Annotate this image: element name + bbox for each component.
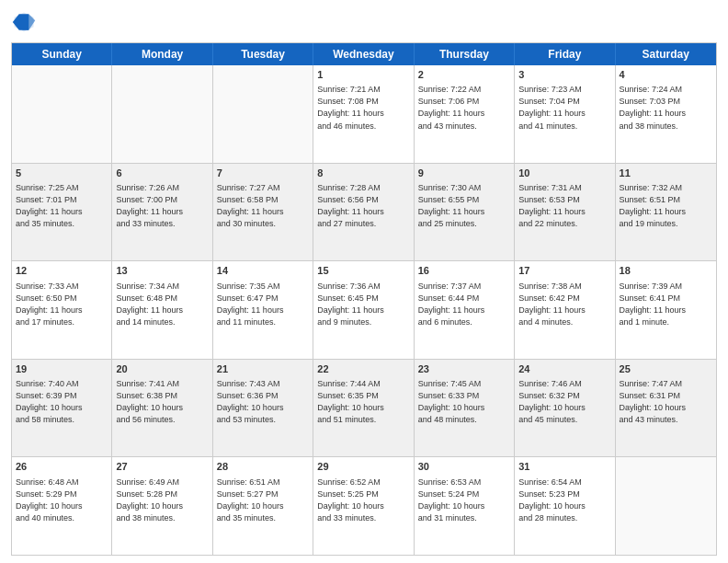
cell-info: Sunrise: 7:22 AM Sunset: 7:06 PM Dayligh… — [418, 84, 510, 132]
day-number: 12 — [16, 264, 108, 278]
calendar-cell: 30Sunrise: 6:53 AM Sunset: 5:24 PM Dayli… — [415, 457, 515, 555]
cell-info: Sunrise: 7:46 AM Sunset: 6:32 PM Dayligh… — [518, 378, 610, 426]
calendar: SundayMondayTuesdayWednesdayThursdayFrid… — [11, 42, 717, 556]
cell-info: Sunrise: 7:35 AM Sunset: 6:47 PM Dayligh… — [217, 281, 309, 328]
calendar-cell: 16Sunrise: 7:37 AM Sunset: 6:44 PM Dayli… — [415, 261, 515, 359]
day-number: 9 — [418, 167, 510, 180]
weekday-header-friday: Friday — [515, 43, 615, 65]
cell-info: Sunrise: 7:39 AM Sunset: 6:41 PM Dayligh… — [620, 281, 712, 328]
page: SundayMondayTuesdayWednesdayThursdayFrid… — [0, 0, 728, 563]
calendar-cell: 17Sunrise: 7:38 AM Sunset: 6:42 PM Dayli… — [515, 261, 615, 359]
weekday-header-sunday: Sunday — [12, 43, 112, 65]
calendar-cell: 19Sunrise: 7:40 AM Sunset: 6:39 PM Dayli… — [12, 360, 112, 457]
cell-info: Sunrise: 7:36 AM Sunset: 6:45 PM Dayligh… — [317, 281, 409, 328]
calendar-cell: 14Sunrise: 7:35 AM Sunset: 6:47 PM Dayli… — [213, 261, 313, 359]
calendar-cell: 20Sunrise: 7:41 AM Sunset: 6:38 PM Dayli… — [112, 360, 212, 457]
cell-info: Sunrise: 6:51 AM Sunset: 5:27 PM Dayligh… — [217, 477, 309, 524]
cell-info: Sunrise: 6:53 AM Sunset: 5:24 PM Dayligh… — [418, 477, 510, 524]
day-number: 28 — [217, 460, 309, 474]
day-number: 14 — [217, 264, 309, 278]
day-number: 10 — [518, 167, 610, 180]
day-number: 21 — [217, 362, 309, 376]
calendar-cell: 23Sunrise: 7:45 AM Sunset: 6:33 PM Dayli… — [415, 360, 515, 457]
day-number: 2 — [418, 68, 510, 82]
cell-info: Sunrise: 7:43 AM Sunset: 6:36 PM Dayligh… — [217, 378, 309, 426]
calendar-cell: 22Sunrise: 7:44 AM Sunset: 6:35 PM Dayli… — [313, 360, 414, 457]
calendar-cell: 27Sunrise: 6:49 AM Sunset: 5:28 PM Dayli… — [112, 457, 212, 555]
day-number: 11 — [620, 167, 712, 180]
header — [11, 9, 717, 35]
cell-info: Sunrise: 7:27 AM Sunset: 6:58 PM Dayligh… — [217, 182, 309, 230]
day-number: 19 — [16, 362, 108, 376]
calendar-cell: 12Sunrise: 7:33 AM Sunset: 6:50 PM Dayli… — [12, 261, 112, 359]
calendar-cell: 25Sunrise: 7:47 AM Sunset: 6:31 PM Dayli… — [616, 360, 716, 457]
calendar-cell: 6Sunrise: 7:26 AM Sunset: 7:00 PM Daylig… — [112, 164, 212, 261]
logo-icon — [11, 9, 37, 35]
cell-info: Sunrise: 7:47 AM Sunset: 6:31 PM Dayligh… — [620, 378, 712, 426]
cell-info: Sunrise: 7:25 AM Sunset: 7:01 PM Dayligh… — [16, 182, 108, 230]
calendar-cell: 1Sunrise: 7:21 AM Sunset: 7:08 PM Daylig… — [313, 65, 414, 163]
cell-info: Sunrise: 6:49 AM Sunset: 5:28 PM Dayligh… — [116, 477, 208, 524]
cell-info: Sunrise: 7:30 AM Sunset: 6:55 PM Dayligh… — [418, 182, 510, 230]
calendar-row-3: 19Sunrise: 7:40 AM Sunset: 6:39 PM Dayli… — [12, 360, 716, 458]
calendar-body: 1Sunrise: 7:21 AM Sunset: 7:08 PM Daylig… — [12, 65, 716, 555]
cell-info: Sunrise: 7:44 AM Sunset: 6:35 PM Dayligh… — [317, 378, 409, 426]
calendar-row-4: 26Sunrise: 6:48 AM Sunset: 5:29 PM Dayli… — [12, 457, 716, 555]
cell-info: Sunrise: 7:31 AM Sunset: 6:53 PM Dayligh… — [518, 182, 610, 230]
day-number: 6 — [116, 167, 208, 180]
calendar-row-2: 12Sunrise: 7:33 AM Sunset: 6:50 PM Dayli… — [12, 261, 716, 360]
calendar-cell: 29Sunrise: 6:52 AM Sunset: 5:25 PM Dayli… — [313, 457, 414, 555]
day-number: 1 — [317, 68, 409, 82]
day-number: 13 — [116, 264, 208, 278]
weekday-header-monday: Monday — [112, 43, 212, 65]
cell-info: Sunrise: 7:33 AM Sunset: 6:50 PM Dayligh… — [16, 281, 108, 328]
calendar-cell: 18Sunrise: 7:39 AM Sunset: 6:41 PM Dayli… — [616, 261, 716, 359]
day-number: 18 — [620, 264, 712, 278]
day-number: 22 — [317, 362, 409, 376]
day-number: 26 — [16, 460, 108, 474]
cell-info: Sunrise: 7:21 AM Sunset: 7:08 PM Dayligh… — [317, 84, 409, 132]
calendar-cell: 5Sunrise: 7:25 AM Sunset: 7:01 PM Daylig… — [12, 164, 112, 261]
day-number: 24 — [518, 362, 610, 376]
cell-info: Sunrise: 7:40 AM Sunset: 6:39 PM Dayligh… — [16, 378, 108, 426]
svg-marker-2 — [13, 14, 29, 30]
cell-info: Sunrise: 6:52 AM Sunset: 5:25 PM Dayligh… — [317, 477, 409, 524]
calendar-cell: 7Sunrise: 7:27 AM Sunset: 6:58 PM Daylig… — [213, 164, 313, 261]
calendar-cell — [213, 65, 313, 163]
cell-info: Sunrise: 7:41 AM Sunset: 6:38 PM Dayligh… — [116, 378, 208, 426]
day-number: 27 — [116, 460, 208, 474]
weekday-header-tuesday: Tuesday — [213, 43, 313, 65]
day-number: 7 — [217, 167, 309, 180]
day-number: 16 — [418, 264, 510, 278]
cell-info: Sunrise: 7:23 AM Sunset: 7:04 PM Dayligh… — [518, 84, 610, 132]
calendar-cell: 10Sunrise: 7:31 AM Sunset: 6:53 PM Dayli… — [515, 164, 615, 261]
cell-info: Sunrise: 7:37 AM Sunset: 6:44 PM Dayligh… — [418, 281, 510, 328]
day-number: 30 — [418, 460, 510, 474]
calendar-cell: 4Sunrise: 7:24 AM Sunset: 7:03 PM Daylig… — [616, 65, 716, 163]
cell-info: Sunrise: 7:45 AM Sunset: 6:33 PM Dayligh… — [418, 378, 510, 426]
weekday-header-saturday: Saturday — [616, 43, 716, 65]
calendar-cell: 8Sunrise: 7:28 AM Sunset: 6:56 PM Daylig… — [313, 164, 414, 261]
logo — [11, 9, 40, 35]
calendar-cell: 26Sunrise: 6:48 AM Sunset: 5:29 PM Dayli… — [12, 457, 112, 555]
day-number: 20 — [116, 362, 208, 376]
cell-info: Sunrise: 7:24 AM Sunset: 7:03 PM Dayligh… — [620, 84, 712, 132]
cell-info: Sunrise: 7:26 AM Sunset: 7:00 PM Dayligh… — [116, 182, 208, 230]
cell-info: Sunrise: 6:48 AM Sunset: 5:29 PM Dayligh… — [16, 477, 108, 524]
calendar-header: SundayMondayTuesdayWednesdayThursdayFrid… — [12, 43, 716, 65]
day-number: 15 — [317, 264, 409, 278]
day-number: 3 — [518, 68, 610, 82]
day-number: 25 — [620, 362, 712, 376]
cell-info: Sunrise: 7:28 AM Sunset: 6:56 PM Dayligh… — [317, 182, 409, 230]
day-number: 4 — [620, 68, 712, 82]
calendar-cell: 11Sunrise: 7:32 AM Sunset: 6:51 PM Dayli… — [616, 164, 716, 261]
calendar-cell — [12, 65, 112, 163]
day-number: 31 — [518, 460, 610, 474]
calendar-cell: 3Sunrise: 7:23 AM Sunset: 7:04 PM Daylig… — [515, 65, 615, 163]
weekday-header-wednesday: Wednesday — [313, 43, 414, 65]
weekday-header-thursday: Thursday — [415, 43, 515, 65]
calendar-cell: 24Sunrise: 7:46 AM Sunset: 6:32 PM Dayli… — [515, 360, 615, 457]
day-number: 8 — [317, 167, 409, 180]
calendar-cell — [112, 65, 212, 163]
cell-info: Sunrise: 7:34 AM Sunset: 6:48 PM Dayligh… — [116, 281, 208, 328]
